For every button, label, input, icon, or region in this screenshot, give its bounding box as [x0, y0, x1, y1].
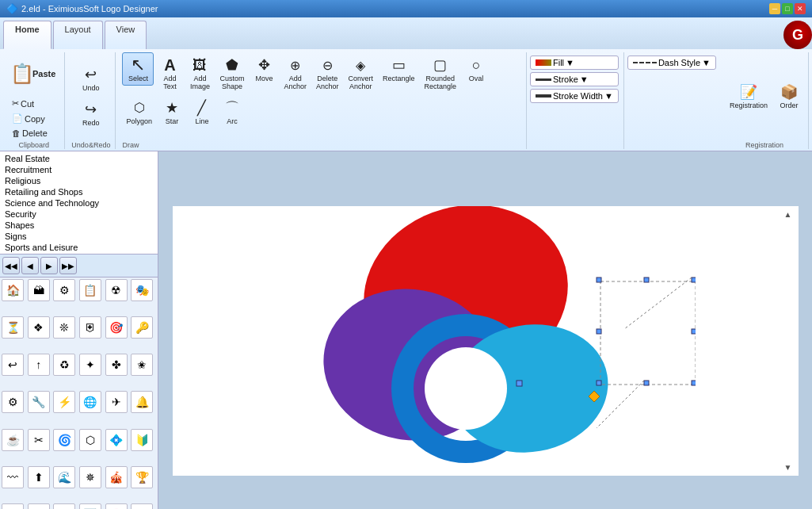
tab-layout[interactable]: Layout — [53, 21, 103, 49]
category-sports[interactable]: Sports and Leisure — [2, 242, 156, 253]
dash-style-dropdown[interactable]: Dash Style ▼ — [627, 55, 716, 70]
fill-dropdown[interactable]: Fill ▼ — [530, 55, 619, 70]
nav-last-button[interactable]: ▶▶ — [59, 257, 77, 274]
category-real-estate[interactable]: Real Estate — [2, 153, 156, 164]
paste-button[interactable]: 📋 Paste — [8, 52, 59, 95]
symbol-item[interactable]: 🔧 — [28, 391, 50, 413]
symbol-item[interactable]: 🌸 — [105, 503, 128, 509]
symbol-item[interactable]: ⬆ — [28, 466, 50, 488]
symbol-item[interactable]: 🏔 — [28, 279, 50, 301]
delete-button[interactable]: 🗑 Delete — [8, 127, 59, 140]
polygon-button[interactable]: ⬡ Polygon — [122, 95, 156, 128]
order-button[interactable]: 📦 Order — [775, 79, 803, 113]
delete-anchor-button[interactable]: ⊖ DeleteAnchor — [312, 52, 343, 94]
symbol-item[interactable]: 🎯 — [105, 316, 128, 339]
symbol-item[interactable]: 🎪 — [105, 466, 128, 488]
symbol-item[interactable]: ⛨ — [79, 316, 101, 339]
symbol-item[interactable]: ✤ — [105, 354, 128, 376]
symbol-item[interactable]: ✈ — [105, 391, 128, 413]
redo-button[interactable]: ↪ Redo — [77, 97, 105, 130]
symbol-item[interactable]: ✂ — [28, 429, 50, 451]
symbol-item[interactable]: ❊ — [53, 316, 75, 339]
symbol-item[interactable]: ❖ — [28, 316, 50, 339]
oval-button[interactable]: ○ Oval — [462, 52, 490, 86]
scroll-top-indicator[interactable]: ▲ — [784, 210, 792, 219]
category-shapes[interactable]: Shapes — [2, 220, 156, 231]
select-button[interactable]: ↖ Select — [122, 52, 154, 86]
symbol-item[interactable]: ⚙ — [53, 279, 75, 301]
convert-anchor-button[interactable]: ◈ ConvertAnchor — [344, 52, 377, 94]
add-text-button[interactable]: A AddText — [155, 52, 184, 94]
symbol-item[interactable]: ✦ — [79, 354, 101, 376]
symbol-item[interactable]: 🔒 — [131, 503, 153, 509]
category-recruitment[interactable]: Recruitment — [2, 164, 156, 175]
symbol-item[interactable]: ⬡ — [79, 429, 101, 451]
minimize-button[interactable]: ─ — [769, 3, 780, 14]
category-science[interactable]: Science and Technology — [2, 197, 156, 209]
stroke-width-label: Stroke Width — [553, 91, 603, 101]
close-button[interactable]: ✕ — [795, 3, 806, 14]
star-button[interactable]: ★ Star — [158, 95, 186, 128]
symbol-item[interactable]: ⚡ — [53, 391, 75, 413]
arc-button[interactable]: ⌒ Arc — [218, 95, 246, 128]
stroke-width-dropdown[interactable]: Stroke Width ▼ — [530, 89, 619, 103]
symbol-item[interactable]: 🐎 — [28, 503, 50, 509]
svg-point-4 — [425, 347, 507, 430]
category-security[interactable]: Security — [2, 209, 156, 220]
svg-line-14 — [624, 277, 692, 329]
category-retailing[interactable]: Retailing and Shops — [2, 186, 156, 197]
nav-first-button[interactable]: ◀◀ — [2, 257, 20, 274]
symbol-item[interactable]: ↩ — [2, 354, 24, 376]
add-image-button[interactable]: 🖼 AddImage — [185, 52, 214, 94]
symbol-item[interactable]: ⏳ — [2, 316, 24, 339]
symbol-item[interactable]: ☢ — [105, 279, 128, 301]
maximize-button[interactable]: □ — [782, 3, 793, 14]
rectangle-button[interactable]: ▭ Rectangle — [379, 52, 419, 86]
paste-icon: 📋 — [12, 63, 32, 84]
symbol-item[interactable]: 🌊 — [53, 466, 75, 488]
symbol-item[interactable]: ✔ — [53, 503, 75, 509]
symbol-item[interactable]: 🏆 — [131, 466, 153, 488]
move-button[interactable]: ✥ Move — [250, 52, 278, 86]
custom-shape-button[interactable]: ⬟ CustomShape — [215, 52, 248, 94]
rounded-rect-button[interactable]: ▢ RoundedRectangle — [421, 52, 461, 94]
add-anchor-button[interactable]: ⊕ AddAnchor — [280, 52, 311, 94]
symbol-item[interactable]: ☕ — [2, 429, 24, 451]
symbol-item[interactable]: 🌐 — [79, 391, 101, 413]
category-signs[interactable]: Signs — [2, 231, 156, 242]
symbol-item[interactable]: 🔑 — [131, 316, 153, 339]
svg-rect-7 — [644, 277, 649, 282]
category-religious[interactable]: Religious — [2, 175, 156, 186]
tab-view[interactable]: View — [105, 21, 147, 49]
nav-prev-button[interactable]: ◀ — [21, 257, 39, 274]
canvas-white[interactable]: ▲ ▼ — [173, 206, 799, 476]
stroke-chevron-icon: ▼ — [580, 75, 589, 84]
scroll-bottom-indicator[interactable]: ▼ — [784, 463, 792, 472]
stroke-dropdown[interactable]: Stroke ▼ — [530, 72, 619, 86]
window-controls[interactable]: ─ □ ✕ — [769, 3, 806, 14]
symbol-item[interactable]: ♻ — [53, 354, 75, 376]
symbol-item[interactable]: 🔄 — [79, 503, 101, 509]
nav-play-button[interactable]: ▶ — [40, 257, 58, 274]
delete-icon: 🗑 — [12, 128, 21, 138]
symbol-item[interactable]: 📋 — [79, 279, 101, 301]
symbol-item[interactable]: ☯ — [2, 503, 24, 509]
copy-button[interactable]: 📄 Copy — [8, 112, 59, 125]
symbol-item[interactable]: 🏠 — [2, 279, 24, 301]
symbol-item[interactable]: 🌀 — [53, 429, 75, 451]
cut-button[interactable]: ✂ Cut — [8, 97, 59, 110]
symbol-item[interactable]: 🎭 — [131, 279, 153, 301]
symbol-item[interactable]: ✬ — [131, 354, 153, 376]
registration-button[interactable]: 📝 Registration — [726, 79, 772, 113]
symbol-item[interactable]: ⚙ — [2, 391, 24, 413]
symbol-item[interactable]: 🔰 — [131, 429, 153, 451]
symbol-item[interactable]: ✵ — [79, 466, 101, 488]
symbol-item[interactable]: ↑ — [28, 354, 50, 376]
undo-button[interactable]: ↩ Undo — [77, 62, 105, 95]
tab-home[interactable]: Home — [3, 21, 51, 49]
symbol-item[interactable]: 🔔 — [131, 391, 153, 413]
symbol-item[interactable]: 💠 — [105, 429, 128, 451]
symbol-item[interactable]: 〰 — [2, 466, 24, 488]
line-button[interactable]: ╱ Line — [188, 95, 216, 128]
paste-label: Paste — [32, 69, 55, 78]
